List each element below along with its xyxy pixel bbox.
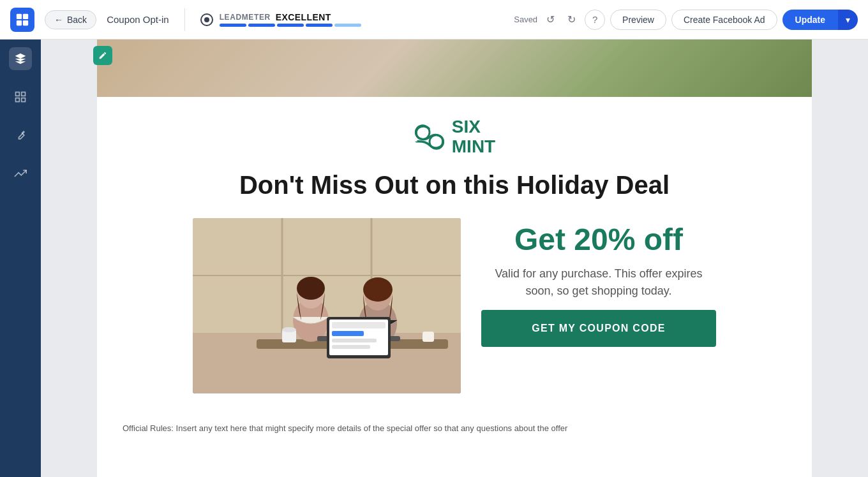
svg-rect-26 <box>332 331 364 336</box>
help-button[interactable]: ? <box>585 10 605 30</box>
progress-seg-5 <box>334 24 361 27</box>
svg-point-9 <box>430 135 444 149</box>
svg-rect-1 <box>23 13 28 18</box>
sidebar-item-analytics[interactable] <box>9 162 32 185</box>
preview-button[interactable]: Preview <box>610 10 666 30</box>
svg-point-30 <box>282 327 296 332</box>
saved-text: Saved <box>514 15 537 24</box>
svg-rect-6 <box>16 98 20 102</box>
saved-section: Saved ↺ ↻ ? Preview Create Facebook Ad U… <box>514 10 858 30</box>
brand-icon <box>414 121 445 153</box>
brand-logo: SIX MINT <box>193 117 716 157</box>
sidebar-item-pen[interactable] <box>9 124 32 147</box>
sidebar <box>0 40 41 477</box>
svg-rect-0 <box>17 13 22 18</box>
sidebar-item-grid[interactable] <box>9 85 32 108</box>
background-image <box>97 40 812 97</box>
progress-bar <box>220 24 361 27</box>
undo-button[interactable]: ↺ <box>542 11 558 28</box>
edit-pencil-button[interactable] <box>93 46 112 65</box>
main-area: SIX MINT Don't Miss Out on this Holiday … <box>0 40 868 477</box>
svg-point-8 <box>415 125 430 139</box>
svg-rect-31 <box>423 332 434 342</box>
brand-name-line2: MINT <box>452 137 495 157</box>
back-arrow-icon: ← <box>54 15 63 25</box>
get-coupon-button[interactable]: GET MY COUPON CODE <box>481 310 716 347</box>
offer-details: Get 20% off Valid for any purchase. This… <box>481 218 716 347</box>
offer-description: Valid for any purchase. This offer expir… <box>481 265 716 300</box>
brand-logo-inner: SIX MINT <box>414 117 495 157</box>
create-facebook-ad-button[interactable]: Create Facebook Ad <box>671 10 777 30</box>
leadmeter-status: EXCELLENT <box>276 12 331 22</box>
svg-point-18 <box>297 277 325 300</box>
svg-rect-5 <box>22 92 26 96</box>
page-canvas: SIX MINT Don't Miss Out on this Holiday … <box>97 40 812 477</box>
back-label: Back <box>67 15 87 25</box>
progress-seg-1 <box>220 24 246 27</box>
svg-rect-4 <box>16 92 20 96</box>
svg-rect-7 <box>22 98 26 102</box>
discount-text: Get 20% off <box>514 224 683 255</box>
main-headline: Don't Miss Out on this Holiday Deal <box>193 170 716 200</box>
offer-image <box>193 218 461 393</box>
update-button-group: Update ▾ <box>782 10 858 30</box>
sidebar-item-layers[interactable] <box>9 47 32 70</box>
redo-button[interactable]: ↻ <box>564 11 580 28</box>
leadmeter-icon <box>200 13 213 26</box>
svg-rect-27 <box>332 339 377 342</box>
svg-rect-2 <box>17 20 22 25</box>
leadmeter-section: LEADMETER EXCELLENT <box>200 12 361 27</box>
topbar: ← Back Coupon Opt-in LEADMETER EXCELLENT… <box>0 0 868 40</box>
people-scene <box>193 218 461 393</box>
progress-seg-3 <box>277 24 304 27</box>
brand-name-line1: SIX <box>452 117 495 137</box>
svg-rect-25 <box>332 322 385 328</box>
progress-seg-4 <box>306 24 333 27</box>
brand-name: SIX MINT <box>452 117 495 157</box>
page-title: Coupon Opt-in <box>107 14 169 25</box>
svg-rect-3 <box>23 20 28 25</box>
svg-rect-28 <box>332 345 370 349</box>
fine-print: Official Rules: Insert any text here tha… <box>97 409 812 448</box>
update-button[interactable]: Update <box>782 10 838 30</box>
content-row: Get 20% off Valid for any purchase. This… <box>193 218 716 397</box>
app-logo[interactable] <box>10 8 34 32</box>
progress-seg-2 <box>248 24 275 27</box>
update-dropdown-button[interactable]: ▾ <box>838 10 858 30</box>
leadmeter-info: LEADMETER EXCELLENT <box>220 12 361 27</box>
content-card: SIX MINT Don't Miss Out on this Holiday … <box>167 97 742 409</box>
canvas-area: SIX MINT Don't Miss Out on this Holiday … <box>41 40 868 477</box>
divider <box>184 8 185 31</box>
svg-point-21 <box>363 277 393 302</box>
leadmeter-label: LEADMETER <box>220 13 271 22</box>
back-button[interactable]: ← Back <box>45 10 96 29</box>
